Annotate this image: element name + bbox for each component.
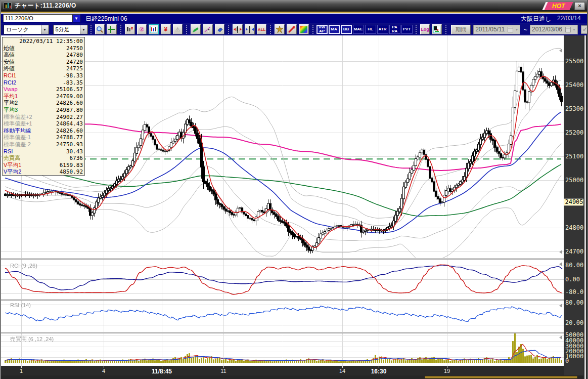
symbol-dropdown-button[interactable]: ▼ xyxy=(72,14,80,22)
axis-spin-marker[interactable] xyxy=(559,250,562,254)
data-panel-row: RCI1-98.33 xyxy=(3,72,84,79)
data-panel-row: 安値24720 xyxy=(3,59,84,66)
app-icon xyxy=(4,3,12,9)
indicator-button-vwap[interactable]: VWAP xyxy=(316,25,328,34)
scrollbar-thumb[interactable] xyxy=(425,376,577,378)
show-all-button[interactable]: ALL xyxy=(257,24,267,34)
x-axis-label: 1 xyxy=(20,368,23,374)
data-panel-row: V平均24850.92 xyxy=(3,169,84,176)
toolbar-grip[interactable] xyxy=(445,25,446,34)
save-chart-icon[interactable] xyxy=(125,24,135,34)
data-panel-row: 平均224826.60 xyxy=(3,100,84,107)
period-button[interactable]: 期間 xyxy=(451,25,471,34)
toolbar-grip[interactable] xyxy=(270,25,271,34)
date-to-field[interactable]: 2012/03/06▼ xyxy=(530,25,578,34)
data-panel-row: 標準偏差-224750.93 xyxy=(3,141,84,148)
chart-window: チャート:111.2206/O HOT × 111.2206/O ▼ 日経225… xyxy=(0,0,588,379)
expand-candles-icon[interactable] xyxy=(233,24,243,34)
crosshair-icon[interactable] xyxy=(107,24,117,34)
volume-axis-label: 0 xyxy=(565,357,569,364)
indicator-button-mae[interactable]: MAE xyxy=(353,25,364,34)
horizontal-scrollbar xyxy=(1,375,588,379)
toolbar-grip[interactable] xyxy=(312,25,313,34)
rci-chart-canvas[interactable] xyxy=(1,260,564,299)
window-splitter[interactable] xyxy=(584,35,586,379)
data-panel-row: 売買高6736 xyxy=(3,155,84,162)
timeframe-select[interactable]: 5分足▼ xyxy=(53,25,88,34)
toolbar-grip[interactable] xyxy=(91,25,92,34)
axis-spin-marker[interactable] xyxy=(559,262,562,266)
rsi-chart-canvas[interactable] xyxy=(1,301,564,332)
indicator-button-ma[interactable]: MA xyxy=(329,25,340,34)
board-chart-icon[interactable] xyxy=(149,24,159,34)
multi-chart-icon[interactable] xyxy=(432,24,442,34)
hot-badge[interactable]: HOT xyxy=(542,2,573,10)
log-scale-button[interactable]: Log xyxy=(420,24,430,34)
indicator-button-hl[interactable]: HL xyxy=(365,25,376,34)
price-axis-label: 24700 xyxy=(565,248,583,255)
rsi-pane-label: RSI (14) xyxy=(10,302,31,308)
gradient-icon[interactable] xyxy=(299,24,309,34)
data-panel-row: 平均324987.80 xyxy=(3,107,84,114)
window-title: チャート:111.2206/O xyxy=(15,2,76,10)
indicator-button-bb[interactable]: BB xyxy=(341,25,352,34)
rsi-axis-label: 80.00 xyxy=(565,299,583,306)
chevron-down-icon: ▼ xyxy=(572,28,576,31)
toolbar-grip[interactable] xyxy=(186,25,187,34)
volume-chart-canvas[interactable] xyxy=(1,333,564,366)
data-panel-row: 標準偏差-124788.77 xyxy=(3,134,84,141)
shrink-candles-icon[interactable] xyxy=(245,24,255,34)
indicator-button-para[interactable]: PARA xyxy=(389,25,400,34)
axis-spin-marker[interactable] xyxy=(559,49,562,53)
toolbar-grip[interactable] xyxy=(416,25,417,34)
pen-icon[interactable] xyxy=(191,24,201,34)
tool-icon[interactable] xyxy=(287,24,297,34)
x-axis-label: 11/8:45 xyxy=(152,368,172,375)
axis-spin-marker[interactable] xyxy=(559,304,562,308)
data-panel-row: 高値24780 xyxy=(3,52,84,59)
x-axis-label: 16:30 xyxy=(371,368,387,375)
data-panel-row: 標準偏差+224902.27 xyxy=(3,114,84,121)
zoom-icon[interactable] xyxy=(95,24,105,34)
yen-icon[interactable]: ¥ xyxy=(161,24,171,34)
price-chart-canvas[interactable] xyxy=(1,35,564,258)
x-axis-label: 4 xyxy=(102,368,105,374)
data-panel-row: RCI2-83.35 xyxy=(3,79,84,87)
chevron-down-icon: ▼ xyxy=(41,25,49,34)
data-panel-row: 終値24725 xyxy=(3,65,84,72)
window-2-icon[interactable]: ② xyxy=(137,24,147,34)
trendline-cursor-icon[interactable] xyxy=(203,24,213,34)
chart-type-select[interactable]: ローソク▼ xyxy=(4,25,49,34)
symbol-input[interactable]: 111.2206/O xyxy=(3,14,72,22)
eraser-icon[interactable] xyxy=(215,24,225,34)
price-axis: 24905 2550025400253002520025100250002480… xyxy=(564,35,583,375)
data-panel-row: 移動平均線24826.60 xyxy=(3,128,84,135)
axis-spin-marker[interactable] xyxy=(559,335,562,340)
indicator-button-pvt[interactable]: PVT xyxy=(401,25,413,34)
rsi-axis-label: 20.00 xyxy=(565,319,583,326)
data-panel-row: 始値24750 xyxy=(3,45,84,52)
data-panel-row: 平均124769.00 xyxy=(3,93,84,100)
data-panel-row: V平均16159.83 xyxy=(3,162,84,169)
toolbar-grip[interactable] xyxy=(120,25,121,34)
toolbar-grip[interactable] xyxy=(228,25,229,34)
date-from-field[interactable]: 2011/05/11▼ xyxy=(473,25,520,34)
starburst-icon[interactable] xyxy=(275,24,285,34)
calendar-icon xyxy=(508,27,513,32)
price-axis-label: 25400 xyxy=(565,81,583,89)
rci-pane-label: RCI (9 ,26) xyxy=(10,263,37,269)
price-axis-label: 25100 xyxy=(565,153,583,160)
chart-area: 1411/8:45111416:3019 24905 2550025400253… xyxy=(1,35,588,379)
alert-icon[interactable]: ⚠ xyxy=(173,24,183,34)
x-axis-label: 14 xyxy=(339,368,345,374)
title-bar: チャート:111.2206/O HOT × xyxy=(1,0,588,13)
indicator-button-atr[interactable]: ATR xyxy=(377,25,388,34)
current-price-badge: 24905 xyxy=(564,198,584,206)
price-axis-label: 24800 xyxy=(565,224,583,231)
data-panel-row: Vwap25106.57 xyxy=(3,86,84,93)
calendar-icon xyxy=(565,27,571,32)
close-button[interactable]: × xyxy=(574,2,585,10)
range-checkbox[interactable]: ✓ xyxy=(581,25,588,34)
rci-axis-label: 80.00 xyxy=(565,262,583,269)
toolbar: ローソク▼ 5分足▼ ② ¥ ⚠ ALL VWAPMABBMAEHLATRPAR… xyxy=(1,23,588,35)
